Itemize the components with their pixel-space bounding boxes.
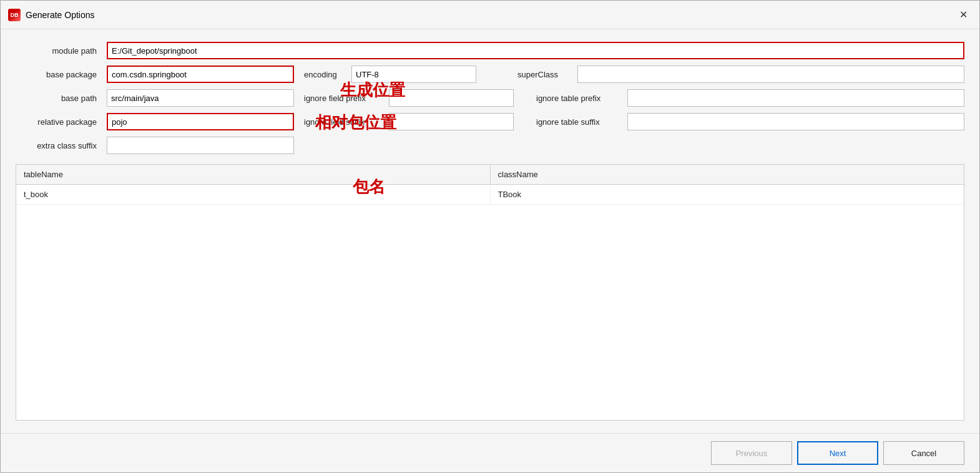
extra-class-suffix-row: extra class suffix [16,137,964,154]
previous-button[interactable]: Previous [711,441,792,465]
relative-package-label: relative package [16,117,97,127]
ignore-table-suffix-input[interactable] [627,113,964,130]
ignore-field-prefix-label: ignore field prefix [304,94,379,103]
module-path-label: module path [16,46,97,56]
dialog-title: Generate Options [26,10,954,20]
form-wrapper: 生成位置 相对包位置 包名 module path base package e… [16,42,964,421]
base-package-label: base package [16,70,97,79]
close-button[interactable]: ✕ [954,6,972,24]
base-package-input[interactable] [107,66,294,83]
class-name-cell: TBook [491,185,964,204]
table-name-cell: t_book [16,185,491,204]
ignore-field-suffix-input[interactable] [389,113,514,130]
table-row[interactable]: t_book TBook [16,185,964,205]
super-class-label: superClass [517,70,567,79]
table-header: tableName className [16,165,964,185]
ignore-field-prefix-input[interactable] [389,89,514,107]
extra-class-suffix-input[interactable] [107,137,294,154]
class-table: tableName className t_book TBook [16,164,964,421]
next-button[interactable]: Next [797,441,878,465]
base-path-input[interactable] [107,89,294,107]
base-package-row: base package encoding superClass [16,66,964,83]
extra-class-suffix-label: extra class suffix [16,141,97,150]
dialog-footer: Previous Next Cancel [1,433,979,472]
form-fields: module path base package encoding superC… [16,42,964,154]
app-icon: DB [8,9,21,21]
base-path-label: base path [16,94,97,103]
encoding-input[interactable] [351,66,476,83]
cancel-button[interactable]: Cancel [883,441,964,465]
relative-package-row: relative package ignore field suffix ign… [16,113,964,130]
module-path-input[interactable] [107,42,964,59]
ignore-table-suffix-label: ignore table suffix [536,117,617,127]
super-class-input[interactable] [577,66,964,83]
base-path-row: base path ignore field prefix ignore tab… [16,89,964,107]
title-bar: DB Generate Options ✕ [1,1,979,29]
relative-package-input[interactable] [107,113,294,130]
generate-options-dialog: DB Generate Options ✕ 生成位置 相对包位置 包名 modu… [0,0,980,473]
main-content: 生成位置 相对包位置 包名 module path base package e… [1,29,979,433]
encoding-label: encoding [304,70,341,79]
table-name-column-header: tableName [16,165,491,184]
ignore-table-prefix-label: ignore table prefix [536,94,617,103]
ignore-field-suffix-label: ignore field suffix [304,117,379,127]
module-path-row: module path [16,42,964,59]
ignore-table-prefix-input[interactable] [627,89,964,107]
class-name-column-header: className [491,165,964,184]
